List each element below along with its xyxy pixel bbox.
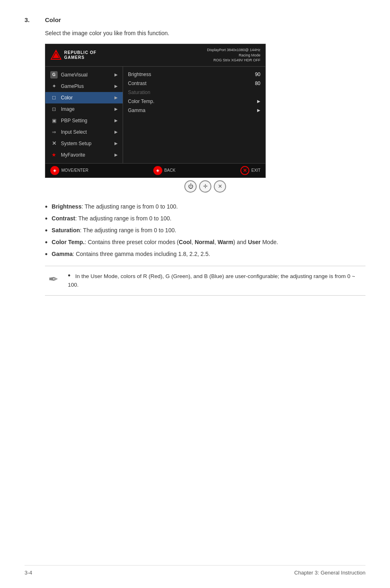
sidebar-item-color[interactable]: □ Color ▶ [45, 92, 123, 103]
input-arrow: ▶ [114, 130, 118, 134]
bullet-dot: • [45, 251, 47, 258]
colortemp-label: Color Temp. [128, 99, 154, 104]
bullet-saturation: • Saturation: The adjusting range is fro… [45, 226, 365, 235]
sidebar-label-color: Color [61, 95, 73, 101]
sidebar-item-myfavorite[interactable]: ★ MyFavorite ▶ [45, 149, 123, 161]
osd-menu: REPUBLIC OF GAMERS DisplayPort 3840x1080… [45, 44, 266, 178]
osd-sidebar: G GameVisual ▶ ✦ GamePlus ▶ □ [45, 67, 123, 163]
sidebar-item-system[interactable]: ✕ System Setup ▶ [45, 138, 123, 149]
section-title: Color [45, 16, 61, 23]
bullet-text-gamma: Gamma: Contains three gamma modes includ… [52, 250, 365, 258]
myfavorite-icon: ★ [50, 151, 58, 159]
exit-icon: ✕ [240, 166, 249, 175]
osd-wrapper: REPUBLIC OF GAMERS DisplayPort 3840x1080… [45, 44, 365, 193]
exit-label: EXIT [251, 168, 260, 173]
color-arrow: ▶ [114, 95, 118, 100]
osd-logo-text: REPUBLIC OF GAMERS [64, 50, 96, 60]
gamma-arrow: ▶ [257, 108, 260, 112]
sidebar-label-input: Input Select [61, 129, 87, 135]
note-icon: ✒ [45, 272, 61, 286]
panel-item-contrast: Contrast 80 [128, 79, 260, 88]
bullet-dot: • [45, 203, 47, 211]
gameplus-arrow: ▶ [114, 84, 118, 88]
sidebar-label-gamevisual: GameVisual [61, 72, 87, 78]
gamma-label: Gamma [128, 108, 146, 113]
sidebar-label-pbp: PBP Setting [61, 118, 87, 123]
bullet-dot: • [45, 227, 47, 234]
gameplus-icon: ✦ [50, 83, 58, 90]
contrast-value: 80 [255, 81, 260, 86]
section-number: 3. [25, 16, 37, 23]
pbp-arrow: ▶ [114, 118, 118, 123]
osd-top-bar: REPUBLIC OF GAMERS DisplayPort 3840x1080… [45, 44, 265, 67]
note-box: ✒ • In the User Mode, colors of R (Red),… [45, 266, 365, 296]
osd-body: G GameVisual ▶ ✦ GamePlus ▶ □ [45, 67, 265, 163]
panel-item-saturation: Saturation [128, 88, 260, 97]
sidebar-item-gamevisual[interactable]: G GameVisual ▶ [45, 69, 123, 81]
bullet-colortemp: • Color Temp.: Contains three preset col… [45, 238, 365, 247]
sidebar-item-input[interactable]: ⇒ Input Select ▶ [45, 126, 123, 138]
note-text: • In the User Mode, colors of R (Red), G… [68, 272, 365, 290]
color-icon: □ [50, 94, 58, 101]
back-item: ◈ BACK [153, 166, 175, 175]
gamevisual-icon: G [50, 71, 58, 79]
sidebar-item-pbp[interactable]: ▣ PBP Setting ▶ [45, 115, 123, 126]
rog-logo-icon [50, 49, 62, 61]
power-icon: ⏻ [184, 180, 197, 193]
bullet-text-colortemp: Color Temp.: Contains three preset color… [52, 238, 365, 247]
brightness-value: 90 [255, 72, 260, 77]
contrast-label: Contrast [128, 81, 146, 86]
page-footer: 3-4 Chapter 3: General Instruction [25, 565, 365, 576]
input-icon: ⇒ [50, 128, 58, 136]
osd-display-info: DisplayPort 3840x1080@ 144HzRacing ModeR… [207, 47, 260, 63]
osd-panel: Brightness 90 Contrast 80 Saturation Col… [123, 67, 265, 163]
image-arrow: ▶ [114, 107, 118, 111]
bullet-dot: • [45, 215, 47, 222]
back-icon: ◈ [153, 166, 162, 175]
bullet-gamma: • Gamma: Contains three gamma modes incl… [45, 250, 365, 258]
bullet-text-brightness: Brightness: The adjusting range is from … [52, 202, 365, 211]
controller-icons-row: ⏻ ✛ ✕ [45, 180, 365, 193]
move-enter-icon: ◈ [50, 166, 59, 175]
bullet-contrast: • Contrast: The adjusting range is from … [45, 214, 365, 223]
bullet-text-contrast: Contrast: The adjusting range is from 0 … [52, 214, 365, 223]
bullet-brightness: • Brightness: The adjusting range is fro… [45, 202, 365, 211]
sidebar-item-gameplus[interactable]: ✦ GamePlus ▶ [45, 81, 123, 92]
sidebar-label-myfavorite: MyFavorite [61, 152, 85, 158]
osd-bottom-bar: ◈ MOVE/ENTER ◈ BACK ✕ EXIT [45, 163, 265, 177]
dpad-icon: ✛ [199, 180, 211, 193]
saturation-label: Saturation [128, 90, 150, 95]
footer-page-number: 3-4 [25, 570, 32, 576]
section-heading: 3. Color [25, 16, 365, 23]
sidebar-item-image[interactable]: ⊡ Image ▶ [45, 103, 123, 115]
back-label: BACK [164, 168, 175, 173]
panel-item-colortemp: Color Temp. ▶ [128, 97, 260, 106]
footer-chapter: Chapter 3: General Instruction [294, 570, 365, 576]
bullet-text-saturation: Saturation: The adjusting range is from … [52, 226, 365, 235]
close-icon: ✕ [214, 180, 226, 193]
bullet-dot: • [45, 239, 47, 246]
image-icon: ⊡ [50, 105, 58, 113]
move-enter-label: MOVE/ENTER [61, 168, 88, 173]
osd-logo: REPUBLIC OF GAMERS [50, 49, 96, 61]
sidebar-label-gameplus: GamePlus [61, 83, 84, 89]
section-description: Select the image color you like from thi… [45, 30, 365, 36]
panel-item-brightness: Brightness 90 [128, 70, 260, 79]
system-arrow: ▶ [114, 141, 118, 146]
panel-item-gamma: Gamma ▶ [128, 106, 260, 115]
pbp-icon: ▣ [50, 117, 58, 124]
exit-item: ✕ EXIT [240, 166, 260, 175]
system-icon: ✕ [50, 140, 58, 147]
sidebar-label-image: Image [61, 106, 74, 112]
sidebar-label-system: System Setup [61, 141, 92, 146]
colortemp-arrow: ▶ [257, 99, 260, 103]
brightness-label: Brightness [128, 72, 151, 77]
myfavorite-arrow: ▶ [114, 153, 118, 157]
bullet-list: • Brightness: The adjusting range is fro… [45, 202, 365, 258]
move-enter-item: ◈ MOVE/ENTER [50, 166, 88, 175]
gamevisual-arrow: ▶ [114, 72, 118, 77]
